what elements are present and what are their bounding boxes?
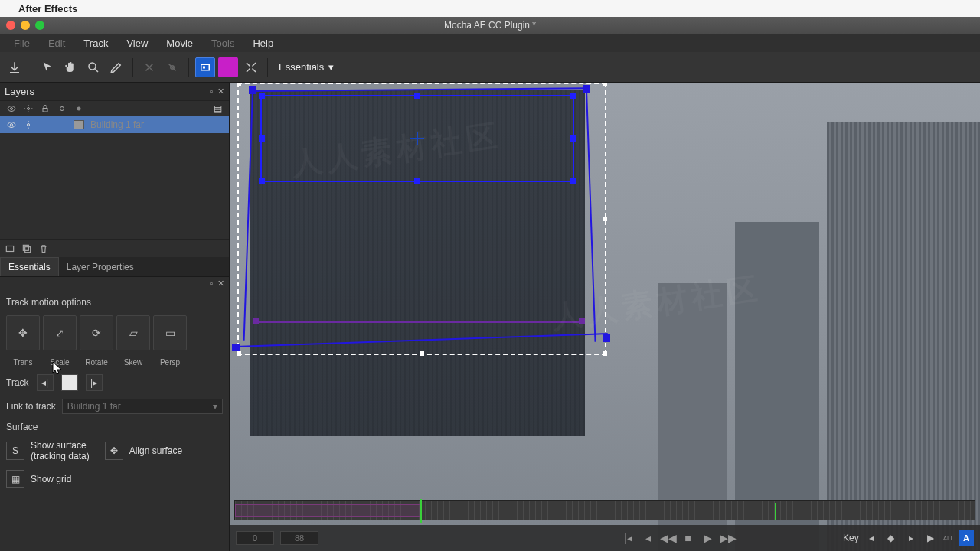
play-forward-button[interactable]: ▶ [700, 530, 717, 546]
menu-file[interactable]: File [5, 34, 39, 52]
pointer-tool-icon[interactable] [38, 57, 57, 77]
link-to-track-label: Link to track [6, 401, 56, 412]
zoom-tool-icon[interactable] [83, 57, 103, 77]
svg-rect-11 [23, 245, 28, 250]
show-surface-button[interactable]: S Show surface (tracking data) [6, 440, 90, 462]
menu-tools[interactable]: Tools [202, 34, 243, 52]
current-frame-field[interactable]: 88 [280, 531, 318, 545]
window-titlebar: Mocha AE CC Plugin * [0, 17, 980, 34]
surface-buttons: S Show surface (tracking data) ✥ Align s… [6, 440, 223, 488]
prev-key-button[interactable]: ◂ [864, 530, 879, 546]
autokey-toggle[interactable]: A [959, 530, 974, 546]
spline-edge[interactable] [256, 321, 582, 323]
hand-tool-icon[interactable] [60, 57, 80, 77]
track-stop-button[interactable] [61, 374, 78, 391]
layers-column-header: ▤ [0, 101, 229, 116]
chevron-down-icon: ▾ [213, 401, 217, 412]
rotate-option[interactable]: ⟳ [80, 315, 113, 350]
track-forward-button[interactable]: |▸ [86, 374, 103, 391]
menu-movie[interactable]: Movie [157, 34, 202, 52]
spline-point[interactable] [253, 318, 259, 324]
step-forward-button[interactable]: ▶▶ [720, 530, 737, 546]
skew-label: Skew [116, 358, 150, 367]
tab-layer-properties[interactable]: Layer Properties [59, 258, 142, 276]
menu-help[interactable]: Help [243, 34, 283, 52]
svg-point-0 [89, 63, 96, 70]
menu-view[interactable]: View [117, 34, 157, 52]
traffic-lights [6, 21, 44, 30]
show-layer-mattes-icon[interactable] [218, 57, 238, 77]
layer-visibility-icon[interactable] [6, 119, 17, 130]
show-grid-button[interactable]: ▦ Show grid [6, 470, 71, 488]
layers-menu-icon[interactable]: ▤ [212, 103, 223, 114]
menu-edit[interactable]: Edit [39, 34, 74, 52]
menu-track[interactable]: Track [74, 34, 117, 52]
close-window-icon[interactable] [6, 21, 15, 30]
workspace-selector[interactable]: Essentials ▾ [274, 61, 338, 73]
scale-option[interactable]: ⤢ [43, 315, 77, 350]
svg-point-6 [60, 107, 64, 111]
essentials-panel: Track motion options ✥ ⤢ ⟳ ▱ ▭ Trans Sca… [0, 291, 229, 488]
chevron-down-icon: ▾ [328, 61, 334, 73]
process-column-icon[interactable] [23, 103, 34, 114]
key-label: Key [843, 533, 859, 543]
close-panel-icon[interactable]: ✕ [217, 86, 224, 96]
xspline-tool-icon[interactable] [139, 57, 159, 77]
separator [188, 58, 189, 77]
toolbar: Essentials ▾ [0, 52, 980, 83]
layer-row[interactable]: Building 1 far [0, 116, 229, 133]
go-to-start-button[interactable]: |◂ [620, 530, 637, 546]
show-surface-icon[interactable] [195, 57, 215, 77]
skew-option[interactable]: ▱ [116, 315, 150, 350]
next-key-button[interactable]: ▸ [903, 530, 919, 546]
sidebar: Layers ▫ ✕ ▤ Building 1 f [0, 83, 230, 551]
lock-column-icon[interactable] [40, 103, 51, 114]
track-spline[interactable] [260, 95, 574, 182]
layers-panel-header: Layers ▫ ✕ [0, 83, 229, 101]
track-backward-button[interactable]: ◂| [37, 374, 54, 391]
in-frame-field[interactable]: 0 [236, 531, 274, 545]
zoom-window-icon[interactable] [35, 21, 44, 30]
undock-icon[interactable]: ▫ [210, 279, 213, 289]
duplicate-layer-icon[interactable] [21, 243, 32, 254]
expand-tool-icon[interactable] [241, 57, 261, 77]
matte-color-column-icon[interactable] [74, 103, 84, 114]
perspective-option[interactable]: ▭ [153, 315, 187, 350]
delete-layer-icon[interactable] [38, 243, 49, 254]
link-to-track-select[interactable]: Building 1 far ▾ [62, 399, 223, 414]
autokey-button[interactable]: ▶ [923, 530, 939, 546]
stop-button[interactable]: ■ [680, 530, 697, 546]
layer-process-icon[interactable] [23, 119, 34, 130]
layer-name[interactable]: Building 1 far [90, 119, 144, 130]
mac-menubar: After Effects [0, 0, 980, 17]
add-key-button[interactable]: ◆ [884, 530, 899, 546]
link-to-track-row: Link to track Building 1 far ▾ [6, 399, 223, 414]
perspective-label: Persp [153, 358, 187, 367]
layer-color-swatch[interactable] [74, 120, 84, 129]
show-surface-btn-icon: S [6, 442, 24, 460]
show-surface-label: Show surface (tracking data) [31, 440, 90, 462]
spline-color-column-icon[interactable] [57, 103, 67, 114]
play-backward-button[interactable]: ◀◀ [660, 530, 677, 546]
save-icon[interactable] [5, 57, 24, 77]
autokey-all-label: ALL [943, 535, 954, 542]
viewport[interactable]: 人人素材社区 人人素材社区 0 88 |◂ ◂ ◀◀ ■ ▶ ▶▶ Key [230, 83, 980, 551]
align-surface-button[interactable]: ✥ Align surface [105, 440, 182, 462]
bezier-tool-icon[interactable] [162, 57, 182, 77]
tab-essentials[interactable]: Essentials [0, 257, 59, 276]
window-title: Mocha AE CC Plugin * [444, 20, 536, 31]
timeline[interactable] [230, 500, 980, 525]
new-group-icon[interactable] [5, 243, 15, 254]
surface-section-label: Surface [6, 422, 223, 432]
translate-option[interactable]: ✥ [6, 315, 40, 350]
pen-tool-icon[interactable] [106, 57, 126, 77]
step-back-button[interactable]: ◂ [640, 530, 657, 546]
track-motion-options-label: Track motion options [6, 297, 223, 308]
essentials-panel-controls: ▫ ✕ [0, 277, 229, 291]
close-panel-icon[interactable]: ✕ [217, 279, 224, 289]
minimize-window-icon[interactable] [21, 21, 30, 30]
undock-icon[interactable]: ▫ [210, 86, 213, 96]
visibility-column-icon[interactable] [6, 103, 17, 114]
spline-point[interactable] [579, 318, 585, 324]
separator [267, 58, 268, 77]
